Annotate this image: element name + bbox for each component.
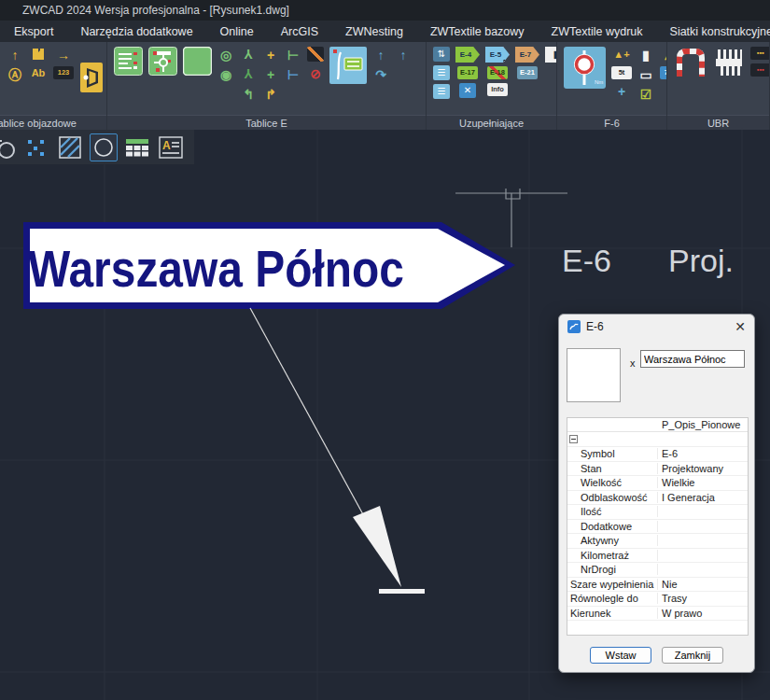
canvas-label-state[interactable]: Proj.	[668, 243, 734, 278]
arrow-curve-icon[interactable]: ↷	[372, 66, 389, 82]
e4-icon[interactable]: E-4	[455, 47, 480, 63]
junction-y2-icon[interactable]: Y	[240, 66, 257, 82]
property-label: Wielkość	[567, 477, 658, 488]
tab-eksport[interactable]: Eksport	[14, 25, 53, 38]
lane-arrows-icon[interactable]: ⇅	[433, 47, 450, 62]
property-label: Odblaskowość	[567, 492, 658, 503]
table-e-blank-icon[interactable]	[183, 47, 212, 76]
sign-e6-entity[interactable]: Warszawa Północ	[23, 222, 515, 309]
close-button[interactable]: Zamknij	[662, 647, 723, 664]
info-icon[interactable]: Info	[487, 83, 508, 96]
e5-icon[interactable]: E-5	[485, 47, 510, 63]
guardrail-icon[interactable]	[713, 47, 745, 78]
arrow-up-1-icon[interactable]: ↑	[372, 47, 389, 63]
lines-1-icon[interactable]: ☰	[433, 65, 450, 80]
tab-siatki-konstrukcyjne[interactable]: Siatki konstrukcyjne	[670, 25, 770, 38]
sign-plate-icon[interactable]	[329, 47, 367, 84]
turn-left-icon[interactable]: ↰	[240, 86, 257, 102]
ribbon-group-uzupe-niaj-ce: ⇅☰☰E-4E-17✕E-5E-18InfoE-7E-21❚Uzupełniaj…	[427, 42, 557, 130]
f6-main-icon[interactable]: Nm	[564, 47, 606, 89]
text-style-icon[interactable]: A	[157, 133, 185, 161]
property-value[interactable]: E-6	[658, 448, 748, 459]
lines-2-icon[interactable]: ☰	[433, 84, 450, 99]
export-arrow-icon[interactable]: ❚	[545, 47, 557, 63]
leader-marker[interactable]	[250, 308, 425, 594]
sign-text[interactable]: Warszawa Północ	[28, 239, 404, 298]
triangle-plus-icon[interactable]: ▲+	[612, 47, 631, 63]
plus-blue-icon[interactable]: +	[613, 83, 630, 99]
dialog-titlebar[interactable]: E-6 ✕	[559, 315, 754, 339]
dialog-buttons: Wstaw Zamknij	[559, 647, 754, 664]
cross-plus-yellow-icon[interactable]: +	[262, 47, 279, 63]
property-value[interactable]: Wielkie	[658, 477, 748, 488]
e18-icon[interactable]: E-18	[487, 66, 508, 79]
dots-red-icon[interactable]: ▪▪▪	[750, 63, 770, 77]
junction-x-icon[interactable]: ✕	[459, 83, 476, 98]
tab-zwtextile-bazowy[interactable]: ZWTextile bazowy	[430, 25, 525, 38]
property-row-wielkość: WielkośćWielkie	[567, 476, 748, 491]
collapse-icon[interactable]	[569, 435, 578, 443]
property-value[interactable]: W prawo	[658, 608, 748, 619]
hatch-icon[interactable]	[56, 133, 84, 161]
5t-icon[interactable]: 5t	[611, 66, 632, 79]
cross-plus-green-icon[interactable]: +	[262, 66, 279, 82]
700-icon[interactable]: 700	[660, 66, 667, 79]
tab-online[interactable]: Online	[220, 25, 254, 38]
table-e-route-icon[interactable]	[148, 47, 177, 76]
window-titlebar: ZWCAD 2024 Wersja profesjonalna - [Rysun…	[0, 0, 770, 21]
t-junction-sign-icon[interactable]: ⊢	[285, 47, 301, 63]
property-row-aktywny: Aktywny	[567, 534, 748, 549]
t-junction-tag-icon[interactable]: ⊢	[285, 66, 301, 82]
category-expander-row[interactable]	[567, 432, 748, 447]
checkbox-icon[interactable]: ☑	[637, 86, 654, 102]
table-e-list-icon[interactable]	[114, 47, 143, 76]
no-sign-icon[interactable]	[307, 47, 324, 62]
detour-123-icon[interactable]: 123	[53, 66, 74, 79]
post-bar-icon[interactable]: ▮	[637, 47, 654, 63]
detour-a-icon[interactable]: Ⓐ	[7, 66, 23, 82]
arrow-right-icon[interactable]: →	[55, 47, 72, 63]
sign-name-input[interactable]	[640, 350, 745, 368]
property-label: Aktywny	[567, 535, 658, 546]
property-label: Kierunek	[567, 608, 658, 619]
station-marker[interactable]	[455, 189, 567, 247]
plate-blank-icon[interactable]: ▭	[637, 66, 654, 82]
e21-icon[interactable]: E-21	[517, 66, 538, 79]
ring-icon[interactable]: ◎	[217, 47, 234, 63]
detour-ab-icon[interactable]: Ab	[29, 65, 48, 81]
barrier-arch-icon[interactable]	[674, 47, 707, 78]
property-row-symbol: SymbolE-6	[567, 447, 748, 462]
close-icon[interactable]: ✕	[735, 319, 746, 334]
donut-icon[interactable]: ◉	[217, 66, 234, 82]
exit-board-icon[interactable]	[79, 61, 104, 94]
osnap-points-icon[interactable]	[22, 133, 50, 161]
property-value[interactable]: Trasy	[658, 593, 748, 604]
insert-button[interactable]: Wstaw	[590, 647, 651, 664]
arrow-up-icon[interactable]: ↑	[7, 47, 23, 63]
dots-yellow-icon[interactable]: ▪▪▪	[750, 47, 770, 60]
window-title: ZWCAD 2024 Wersja profesjonalna - [Rysun…	[22, 4, 289, 17]
property-value[interactable]: I Generacja	[658, 492, 748, 503]
e7-icon[interactable]: E-7	[515, 47, 539, 63]
property-value[interactable]: Nie	[658, 579, 748, 590]
junction-y-icon[interactable]: Y	[240, 47, 257, 63]
tab-zwtextile-wydruk[interactable]: ZWTextile wydruk	[552, 25, 643, 38]
block-edit-icon[interactable]	[0, 133, 17, 161]
tab-arcgis[interactable]: ArcGIS	[281, 25, 318, 38]
tab-narzędzia-dodatkowe[interactable]: Narzędzia dodatkowe	[80, 25, 192, 38]
tab-zwnesting[interactable]: ZWNesting	[345, 25, 403, 38]
drawing-canvas[interactable]: A Warszawa Północ E-6 Proj.	[0, 130, 770, 700]
e17-icon[interactable]: E-17	[457, 66, 478, 79]
circle-tool-icon[interactable]	[90, 133, 118, 161]
board-notch-icon[interactable]	[31, 47, 46, 62]
property-label: NrDrogi	[567, 564, 658, 575]
property-value[interactable]: Projektowany	[658, 463, 748, 474]
turn-right-icon[interactable]: ↱	[262, 86, 279, 102]
ribbon-group-tablice-objazdowe: ↑ⒶAb→123Tablice objazdowe	[0, 42, 107, 130]
arrow-up-2-icon[interactable]: ↑	[395, 47, 412, 63]
ribbon-group-f-6: Nm▲+5t+▮▭☑⚠700F-6	[557, 42, 667, 130]
limit-30-icon[interactable]: ⊘	[307, 65, 324, 81]
canvas-label-symbol[interactable]: E-6	[562, 243, 611, 278]
table-style-icon[interactable]	[123, 133, 151, 161]
tab-row: EksportNarzędzia dodatkoweOnlineArcGISZW…	[0, 21, 770, 42]
